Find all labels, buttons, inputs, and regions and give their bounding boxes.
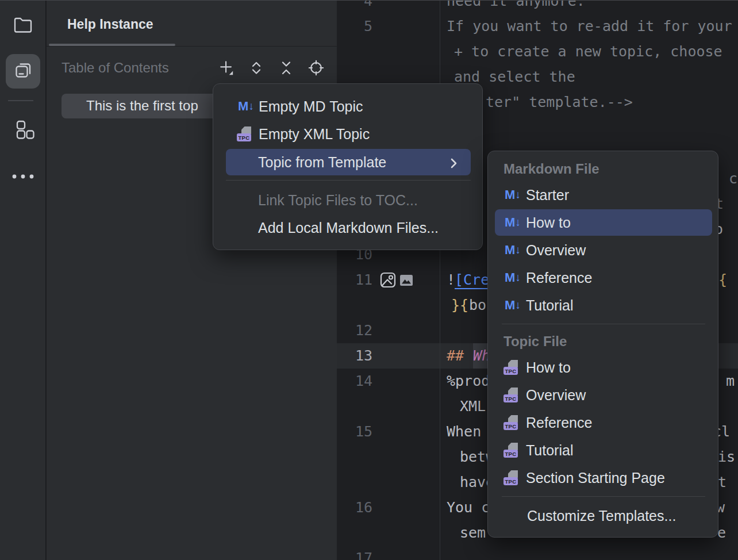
submenu-item-section-starting-page[interactable]: TPC Section Starting Page xyxy=(503,464,665,492)
submenu-section-markdown-file: Markdown File xyxy=(503,155,599,183)
submenu-item-label: Customize Templates... xyxy=(527,508,676,524)
structure-tool-button[interactable] xyxy=(6,114,40,148)
menu-item-link-topic-files: Link Topic Files to TOC... xyxy=(258,186,418,214)
submenu-item-label: Section Starting Page xyxy=(526,470,665,486)
menu-item-label: Topic from Template xyxy=(258,154,386,171)
submenu-item-label: Tutorial xyxy=(526,297,573,314)
instances-icon xyxy=(13,60,33,83)
expand-all-button[interactable] xyxy=(248,60,264,76)
submenu-item-customize-templates[interactable]: Customize Templates... xyxy=(527,502,676,530)
submenu-separator xyxy=(502,324,705,324)
line-number: 11 xyxy=(337,267,372,293)
app-window: Help Instance Table of Contents xyxy=(0,0,738,560)
submenu-item-tutorial-tpc[interactable]: TPC Tutorial xyxy=(503,436,573,464)
code-span: ! xyxy=(447,267,455,293)
topic-file-icon: TPC xyxy=(237,126,255,142)
markdown-file-icon: M↓ xyxy=(503,187,522,202)
topic-from-template-submenu: Markdown File M↓ Starter M↓ How to M↓ Ov… xyxy=(487,151,718,538)
topic-file-icon: TPC xyxy=(503,415,522,431)
window-top-border xyxy=(0,0,738,1)
code-span: c xyxy=(729,166,737,191)
topic-file-icon: TPC xyxy=(503,470,522,486)
submenu-item-overview-md[interactable]: M↓ Overview xyxy=(503,236,586,264)
code-span: + to create a new topic, choose xyxy=(454,39,731,64)
add-topic-button[interactable] xyxy=(218,60,235,76)
strip-divider xyxy=(8,100,33,101)
code-span: ## xyxy=(447,343,472,369)
topic-file-icon: TPC xyxy=(503,359,522,375)
toc-section-title: Table of Contents xyxy=(62,60,169,76)
line-number: 5 xyxy=(337,14,372,39)
submenu-item-tutorial-md[interactable]: M↓ Tutorial xyxy=(503,291,573,319)
code-span: need it anymore. xyxy=(447,0,585,14)
submenu-item-how-to-tpc[interactable]: TPC How to xyxy=(503,354,571,381)
markdown-file-icon: M↓ xyxy=(503,298,522,313)
submenu-item-starter[interactable]: M↓ Starter xyxy=(503,181,569,209)
topic-file-icon: TPC xyxy=(503,442,522,458)
code-span: bo xyxy=(469,293,486,318)
submenu-item-label: Reference xyxy=(526,415,592,431)
menu-item-add-local-markdown[interactable]: Add Local Markdown Files... xyxy=(258,214,439,241)
menu-item-label: Link Topic Files to TOC... xyxy=(258,192,418,209)
submenu-item-reference-tpc[interactable]: TPC Reference xyxy=(503,409,592,436)
code-span: If you want to re-add it for your xyxy=(447,14,732,39)
code-span: ter" template.--> xyxy=(486,90,633,115)
menu-item-empty-md-topic[interactable]: M↓ Empty MD Topic xyxy=(237,93,363,120)
markdown-file-icon: M↓ xyxy=(503,215,522,230)
toc-item-label: This is the first top xyxy=(86,98,198,114)
locate-topic-button[interactable] xyxy=(308,60,324,76)
submenu-item-label: How to xyxy=(526,214,571,231)
code-span-link[interactable]: [Cre xyxy=(455,267,489,293)
line-number: 17 xyxy=(337,546,372,560)
line-number: 15 xyxy=(337,419,372,444)
submenu-item-label: Reference xyxy=(526,270,592,286)
submenu-item-label: Overview xyxy=(526,387,586,404)
submenu-item-label: Starter xyxy=(526,187,569,204)
section-header-label: Topic File xyxy=(503,333,567,350)
panel-tab-help-instance[interactable]: Help Instance xyxy=(67,17,153,32)
line-number: 16 xyxy=(337,495,372,520)
submenu-arrow-icon xyxy=(451,158,457,171)
active-tab-underline xyxy=(49,44,175,46)
menu-item-label: Empty XML Topic xyxy=(259,126,370,143)
menu-separator xyxy=(226,180,471,181)
code-span: %prod xyxy=(447,369,490,394)
tool-window-strip xyxy=(0,0,46,560)
menu-item-label: Add Local Markdown Files... xyxy=(258,220,439,236)
markdown-file-icon: M↓ xyxy=(237,99,255,114)
collapse-all-button[interactable] xyxy=(278,60,294,76)
submenu-item-overview-tpc[interactable]: TPC Overview xyxy=(503,381,586,409)
folder-icon xyxy=(12,15,34,37)
submenu-item-reference-md[interactable]: M↓ Reference xyxy=(503,264,592,291)
line-number: 12 xyxy=(337,318,372,343)
add-topic-menu: M↓ Empty MD Topic TPC Empty XML Topic To… xyxy=(213,83,483,250)
more-tool-windows-button[interactable] xyxy=(6,160,40,194)
line-number-active: 13 xyxy=(337,343,372,369)
menu-item-empty-xml-topic[interactable]: TPC Empty XML Topic xyxy=(237,120,370,148)
project-tool-button[interactable] xyxy=(6,9,40,43)
toc-toolbar xyxy=(218,60,324,76)
submenu-section-topic-file: Topic File xyxy=(503,328,567,355)
menu-item-label: Empty MD Topic xyxy=(259,98,363,115)
code-span: e xyxy=(717,520,726,546)
submenu-separator xyxy=(502,496,705,497)
image-preview-icon[interactable] xyxy=(379,271,397,291)
code-span: m xyxy=(726,369,735,394)
panel-header: Help Instance xyxy=(47,0,337,47)
line-number: 14 xyxy=(337,369,372,394)
markdown-file-icon: M↓ xyxy=(503,243,522,258)
structure-icon xyxy=(11,120,34,143)
submenu-item-label: How to xyxy=(526,359,571,376)
image-thumbnail-icon[interactable] xyxy=(400,275,413,288)
markdown-file-icon: M↓ xyxy=(503,270,522,285)
image-gutter-icons xyxy=(379,271,413,291)
code-span: }{ xyxy=(451,293,468,318)
instances-tool-button[interactable] xyxy=(6,54,40,89)
topic-file-icon: TPC xyxy=(503,387,522,403)
more-icon xyxy=(11,172,35,182)
section-header-label: Markdown File xyxy=(503,161,599,177)
submenu-item-how-to-md[interactable]: M↓ How to xyxy=(495,209,712,236)
submenu-item-label: Tutorial xyxy=(526,442,573,459)
code-span: When xyxy=(447,419,490,444)
menu-item-topic-from-template[interactable]: Topic from Template xyxy=(226,149,471,175)
